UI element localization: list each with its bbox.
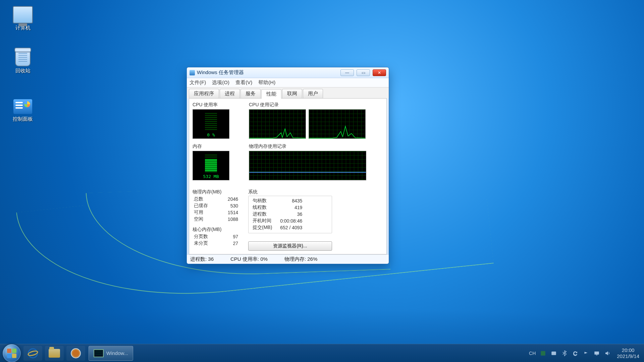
label-kernel-memory: 核心内存(MB) [193, 227, 239, 233]
menu-file[interactable]: 文件(F) [190, 79, 206, 85]
taskbar-clock[interactable]: 20:00 2021/9/14 [615, 347, 641, 359]
close-button[interactable]: ✕ [373, 69, 386, 76]
tray-security-icon[interactable] [540, 350, 546, 357]
tray-action-center-icon[interactable] [583, 350, 589, 357]
task-manager-icon [94, 349, 104, 357]
system-table: 句柄数8435 线程数419 进程数36 开机时间0:00:08:46 提交(M… [251, 197, 304, 231]
cpu-history-graph-core-1 [309, 109, 366, 139]
label-cpu-history: CPU 使用记录 [249, 102, 383, 108]
tab-applications[interactable]: 应用程序 [189, 89, 219, 98]
tab-performance[interactable]: 性能 [261, 89, 281, 99]
cpu-history-graph-core-0 [249, 109, 306, 139]
tray-vmtools-icon[interactable] [550, 350, 557, 357]
label-physical-memory: 物理内存(MB) [193, 189, 239, 195]
desktop-icon-label: 回收站 [6, 68, 40, 74]
computer-icon [13, 6, 33, 23]
tab-processes[interactable]: 进程 [220, 89, 240, 98]
menu-view[interactable]: 查看(V) [235, 79, 252, 85]
memory-value: 532 MB [193, 174, 229, 179]
app-icon [190, 70, 195, 75]
pinned-internet-explorer[interactable] [23, 346, 42, 361]
taskbar-item-label: Window... [106, 350, 128, 356]
performance-panel: CPU 使用率 0 % CPU 使用记录 [189, 98, 387, 254]
clock-time: 20:00 [617, 347, 639, 353]
desktop-icon-label: 控制面板 [6, 116, 40, 122]
status-processes: 进程数: 36 [190, 256, 214, 262]
pinned-explorer[interactable] [45, 346, 64, 361]
maximize-button[interactable]: ▭ [357, 69, 370, 76]
svg-rect-3 [596, 355, 598, 355]
status-cpu: CPU 使用率: 0% [230, 256, 268, 262]
system-tray: CH 20:00 2021/9/14 [529, 347, 641, 359]
window-title: Windows 任务管理器 [197, 69, 244, 76]
label-cpu-usage: CPU 使用率 [193, 102, 243, 108]
kernel-memory-table: 分页数97 未分页27 [193, 233, 239, 247]
menu-bar: 文件(F) 选项(O) 查看(V) 帮助(H) [187, 78, 389, 87]
svg-rect-1 [552, 351, 556, 355]
label-memory-history: 物理内存使用记录 [249, 143, 383, 149]
menu-help[interactable]: 帮助(H) [258, 79, 275, 85]
tab-networking[interactable]: 联网 [282, 89, 302, 98]
label-system: 系统 [248, 189, 332, 195]
status-bar: 进程数: 36 CPU 使用率: 0% 物理内存: 26% [187, 254, 389, 264]
memory-gauge: 532 MB [193, 151, 229, 180]
status-memory: 物理内存: 26% [284, 256, 317, 262]
windows-logo-icon [7, 349, 16, 358]
media-player-icon [71, 348, 81, 358]
task-manager-window[interactable]: Windows 任务管理器 — ▭ ✕ 文件(F) 选项(O) 查看(V) 帮助… [186, 67, 389, 264]
folder-icon [49, 349, 60, 358]
tray-bluetooth-icon[interactable] [561, 350, 568, 357]
tray-volume-icon[interactable] [604, 350, 611, 357]
svg-rect-2 [595, 351, 599, 354]
svg-rect-0 [541, 351, 546, 356]
desktop[interactable]: 计算机 回收站 控制面板 Windows 任务管理器 — ▭ ✕ 文件(F) 选… [0, 0, 644, 362]
ie-icon [28, 348, 38, 358]
desktop-icon-recycle-bin[interactable]: 回收站 [6, 50, 40, 74]
tab-services[interactable]: 服务 [240, 89, 261, 98]
resource-monitor-button[interactable]: 资源监视器(R)... [248, 241, 332, 251]
clock-date: 2021/9/14 [617, 353, 639, 359]
desktop-icon-computer[interactable]: 计算机 [6, 6, 40, 31]
tray-network-icon[interactable] [593, 350, 600, 357]
tray-updates-icon[interactable] [572, 350, 579, 357]
tab-strip: 应用程序 进程 服务 性能 联网 用户 [187, 87, 389, 98]
physical-memory-table: 总数2046 已缓存530 可用1514 空闲1088 [193, 196, 239, 223]
desktop-icon-control-panel[interactable]: 控制面板 [6, 99, 40, 122]
tab-users[interactable]: 用户 [303, 89, 323, 98]
ime-indicator[interactable]: CH [529, 351, 536, 356]
minimize-button[interactable]: — [340, 69, 354, 76]
label-memory: 内存 [193, 143, 243, 149]
menu-options[interactable]: 选项(O) [212, 79, 229, 85]
taskbar: Window... CH 20:00 2021/9/14 [0, 344, 644, 362]
taskbar-item-task-manager[interactable]: Window... [89, 346, 133, 361]
recycle-bin-icon [15, 50, 31, 66]
start-button[interactable] [3, 344, 21, 362]
cpu-usage-value: 0 % [193, 133, 229, 137]
cpu-usage-gauge: 0 % [193, 109, 229, 139]
titlebar[interactable]: Windows 任务管理器 — ▭ ✕ [187, 67, 389, 78]
pinned-media-player[interactable] [66, 346, 85, 361]
control-panel-icon [13, 99, 32, 114]
memory-history-graph [249, 151, 366, 180]
